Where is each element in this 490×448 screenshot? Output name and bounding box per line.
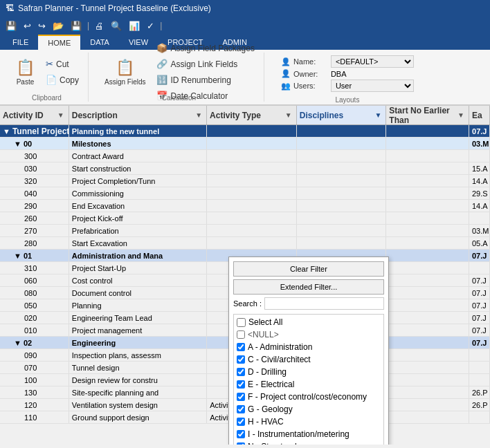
list-item[interactable]: D - Drilling: [235, 366, 382, 378]
qa-separator2: |: [160, 21, 162, 30]
tab-home[interactable]: HOME: [38, 35, 80, 50]
link-fields-icon: 🔗: [156, 59, 167, 69]
clear-filter-button[interactable]: Clear Filter: [233, 261, 384, 277]
cell-disciplines: [297, 150, 387, 162]
qa-redo-btn[interactable]: ↪: [35, 19, 48, 32]
table-row[interactable]: 040 Commissioning 29.S: [0, 187, 490, 200]
qa-check-btn[interactable]: ✓: [144, 19, 157, 32]
list-item[interactable]: H - HVAC: [235, 416, 382, 428]
item-c-label: C - Civil/architect: [248, 355, 311, 364]
cell-disciplines: [297, 225, 387, 236]
cell-start: [386, 162, 469, 174]
qa-open-btn[interactable]: 📂: [50, 19, 66, 32]
cut-button[interactable]: ✂ Cut: [42, 57, 82, 71]
col-header-activity-type[interactable]: Activity Type ▼: [207, 106, 297, 124]
table-row[interactable]: 280 Start Excavation 05.A: [0, 237, 490, 250]
qa-separator: |: [87, 21, 89, 30]
col-filter-description[interactable]: ▼: [194, 111, 203, 119]
item-f-checkbox[interactable]: [237, 393, 245, 401]
qa-preview-btn[interactable]: 🔍: [108, 19, 125, 32]
table-row[interactable]: 320 Project Completion/Tunn 14.A: [0, 175, 490, 187]
item-d-checkbox[interactable]: [237, 368, 245, 376]
paste-button[interactable]: 📋 Paste: [11, 53, 39, 91]
copy-button[interactable]: 📄 Copy: [42, 73, 82, 87]
assign-field-packages-button[interactable]: 📦 Assign Field Packages: [153, 41, 257, 55]
col-header-activity-id[interactable]: Activity ID ▼: [0, 106, 69, 124]
cell-activity-id: 010: [0, 324, 69, 336]
item-h-checkbox[interactable]: [237, 418, 245, 426]
extended-filter-button[interactable]: Extended Filter...: [233, 279, 384, 295]
list-item[interactable]: A - Administration: [235, 341, 382, 353]
item-g-checkbox[interactable]: [237, 405, 245, 413]
paste-icon: 📋: [16, 59, 35, 77]
filter-search-label: Search :: [233, 299, 262, 308]
col-header-start[interactable]: Start No Earlier Than ▼: [386, 106, 469, 124]
item-a-checkbox[interactable]: [237, 343, 245, 351]
cell-description: Design review for constru: [69, 374, 207, 386]
expand-icon[interactable]: ▼: [14, 339, 21, 347]
col-header-disciplines[interactable]: Disciplines ▼: [297, 106, 387, 124]
col-filter-activity-id[interactable]: ▼: [56, 111, 66, 119]
cell-description: Ventilation system design: [69, 399, 207, 411]
owner-icon: 👤: [281, 69, 291, 78]
col-filter-start[interactable]: ▼: [456, 111, 466, 119]
qa-chart-btn[interactable]: 📊: [126, 19, 143, 32]
item-i-checkbox[interactable]: [237, 430, 245, 438]
list-item[interactable]: F - Project control/cost/economy: [235, 391, 382, 403]
list-item[interactable]: E - Electrical: [235, 378, 382, 391]
cell-activity-id: 090: [0, 349, 69, 361]
cell-ea: 07.J: [469, 299, 490, 311]
col-filter-activity-type[interactable]: ▼: [284, 111, 293, 119]
layout-name-select[interactable]: <DEFAULT>: [331, 55, 414, 68]
item-null-checkbox[interactable]: [237, 330, 245, 339]
cell-description: Engineering: [69, 337, 207, 348]
table-row[interactable]: ▼ Tunnel Project Baseline Planning the n…: [0, 125, 490, 138]
col-header-ea[interactable]: Ea: [469, 106, 490, 124]
tab-file[interactable]: FILE: [3, 35, 38, 50]
list-item[interactable]: G - Geology: [235, 403, 382, 416]
table-row[interactable]: 260 Project Kick-off: [0, 212, 490, 225]
qa-print-btn[interactable]: 🖨: [92, 19, 107, 32]
copy-label: Copy: [60, 75, 79, 85]
cell-start: [386, 125, 469, 137]
select-all-checkbox[interactable]: [237, 318, 246, 327]
table-row[interactable]: 290 End Excavation 14.A: [0, 200, 490, 212]
cell-activity-id: 280: [0, 237, 69, 249]
table-row[interactable]: ▼00 Milestones 03.M: [0, 138, 490, 150]
assign-fields-button[interactable]: 📋 Assign Fields: [100, 53, 150, 91]
expand-icon[interactable]: ▼: [14, 252, 21, 260]
list-item[interactable]: N - Structural: [235, 440, 382, 445]
id-renumbering-button[interactable]: 🔢 ID Renumbering: [153, 73, 257, 87]
item-e-checkbox[interactable]: [237, 380, 245, 389]
assign-link-fields-button[interactable]: 🔗 Assign Link Fields: [153, 57, 257, 71]
cell-start: [386, 349, 469, 361]
list-item[interactable]: <NULL>: [235, 328, 382, 341]
qa-undo-btn[interactable]: ↩: [21, 19, 34, 32]
cell-description: Inspection plans, assessm: [69, 349, 207, 361]
filter-search-input[interactable]: [264, 297, 384, 310]
name-label: Name:: [293, 57, 328, 66]
list-item[interactable]: C - Civil/architect: [235, 353, 382, 366]
tab-data[interactable]: DATA: [80, 35, 119, 50]
expand-icon[interactable]: ▼: [3, 127, 10, 136]
ribbon-content: 📋 Paste ✂ Cut 📄 Copy Clipboard: [0, 50, 490, 105]
list-item[interactable]: I - Instrumentation/metering: [235, 428, 382, 440]
item-c-checkbox[interactable]: [237, 355, 245, 364]
cell-start: [386, 200, 469, 212]
col-header-description[interactable]: Description ▼: [69, 106, 207, 124]
table-row[interactable]: 030 Start construction 15.A: [0, 162, 490, 175]
qa-save-btn[interactable]: 💾: [3, 19, 19, 32]
grid-header: Activity ID ▼ Description ▼ Activity Typ…: [0, 106, 490, 125]
table-row[interactable]: 270 Prefabrication 03.M: [0, 225, 490, 237]
col-filter-disciplines[interactable]: ▼: [373, 111, 383, 119]
item-n-checkbox[interactable]: [237, 442, 245, 445]
table-row[interactable]: 300 Contract Award: [0, 150, 490, 162]
cell-ea: 07.J: [469, 274, 490, 286]
expand-icon[interactable]: ▼: [14, 140, 21, 148]
layout-users-select[interactable]: User: [331, 80, 414, 92]
tab-view[interactable]: VIEW: [119, 35, 158, 50]
cell-activity-id: 110: [0, 411, 69, 423]
item-h-label: H - HVAC: [248, 417, 284, 427]
qa-save2-btn[interactable]: 💾: [68, 19, 84, 32]
cell-start: [386, 274, 469, 286]
